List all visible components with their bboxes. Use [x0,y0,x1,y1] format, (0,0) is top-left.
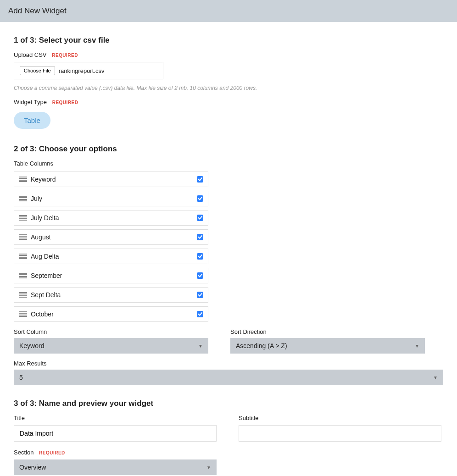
drag-handle-icon[interactable] [19,254,27,259]
subtitle-input[interactable] [239,425,441,442]
column-row[interactable]: October [14,306,208,322]
column-label: September [31,272,197,279]
column-row[interactable]: July Delta [14,210,208,226]
column-label: August [31,233,197,241]
column-checkbox[interactable] [197,253,203,260]
sort-column-value: Keyword [19,342,44,349]
sort-column-select[interactable]: Keyword ▼ [14,338,208,354]
column-row[interactable]: Aug Delta [14,249,208,264]
subtitle-label: Subtitle [239,415,441,421]
widget-type-label: Widget Type [14,99,47,105]
drag-handle-icon[interactable] [19,215,27,221]
sort-direction-select[interactable]: Ascending (A > Z) ▼ [230,338,425,354]
max-results-select[interactable]: 5 ▼ [14,370,443,385]
chevron-down-icon: ▼ [198,343,203,349]
column-checkbox[interactable] [197,311,203,317]
upload-csv-label-row: Upload CSV REQUIRED [14,51,443,58]
column-checkbox[interactable] [197,215,203,221]
column-checkbox[interactable] [197,195,203,202]
widget-type-table-pill[interactable]: Table [14,112,50,129]
chevron-down-icon: ▼ [415,343,419,349]
title-field: Title [14,415,217,442]
widget-type-label-row: Widget Type REQUIRED [14,99,443,105]
column-label: July [31,195,197,202]
sort-direction-value: Ascending (A > Z) [236,342,287,349]
sort-direction-label: Sort Direction [230,328,425,335]
max-results-field: Max Results 5 ▼ [14,360,443,385]
drag-handle-icon[interactable] [19,273,27,278]
max-results-value: 5 [19,374,23,381]
section-select[interactable]: Overview ▼ [14,459,217,475]
column-row[interactable]: July [14,191,208,206]
required-tag: REQUIRED [52,100,78,105]
column-checkbox[interactable] [197,234,203,240]
drag-handle-icon[interactable] [19,234,27,240]
drag-handle-icon[interactable] [19,196,27,201]
subtitle-field: Subtitle [239,415,441,442]
column-checkbox[interactable] [197,272,203,279]
title-input[interactable] [14,425,217,442]
step2-title: 2 of 3: Choose your options [14,144,443,154]
choose-file-button[interactable]: Choose File [20,66,55,75]
max-results-label: Max Results [14,360,443,367]
page-title: Add New Widget [8,6,67,15]
step1-title: 1 of 3: Select your csv file [14,36,443,45]
chevron-down-icon: ▼ [206,465,211,470]
table-columns-label: Table Columns [14,160,443,167]
column-label: Aug Delta [31,253,197,260]
upload-hint: Choose a comma separated value (.csv) da… [14,85,443,91]
page-header: Add New Widget [0,0,457,22]
column-row[interactable]: Keyword [14,172,208,187]
column-label: Keyword [31,176,197,183]
column-row[interactable]: September [14,268,208,283]
upload-csv-label: Upload CSV [14,51,47,58]
selected-file-name: rankingreport.csv [59,67,105,74]
table-columns-list: KeywordJulyJuly DeltaAugustAug DeltaSept… [14,172,208,322]
title-label: Title [14,415,217,421]
drag-handle-icon[interactable] [19,177,27,182]
column-checkbox[interactable] [197,292,203,298]
column-checkbox[interactable] [197,176,203,183]
sort-column-label: Sort Column [14,328,208,335]
section-value: Overview [19,464,46,471]
sort-column-field: Sort Column Keyword ▼ [14,328,208,354]
column-label: Sept Delta [31,291,197,299]
sort-direction-field: Sort Direction Ascending (A > Z) ▼ [230,328,425,354]
section-field: Section REQUIRED Overview ▼ [14,449,443,475]
chevron-down-icon: ▼ [433,375,438,380]
section-label: Section [14,449,33,456]
required-tag: REQUIRED [39,450,65,455]
drag-handle-icon[interactable] [19,311,27,317]
step3-title: 3 of 3: Name and preview your widget [14,399,443,408]
drag-handle-icon[interactable] [19,292,27,298]
column-row[interactable]: Sept Delta [14,287,208,303]
column-row[interactable]: August [14,229,208,245]
column-label: October [31,310,197,318]
form-content: 1 of 3: Select your csv file Upload CSV … [0,22,457,476]
file-input-box: Choose File rankingreport.csv [14,62,163,79]
required-tag: REQUIRED [52,53,78,58]
column-label: July Delta [31,214,197,221]
